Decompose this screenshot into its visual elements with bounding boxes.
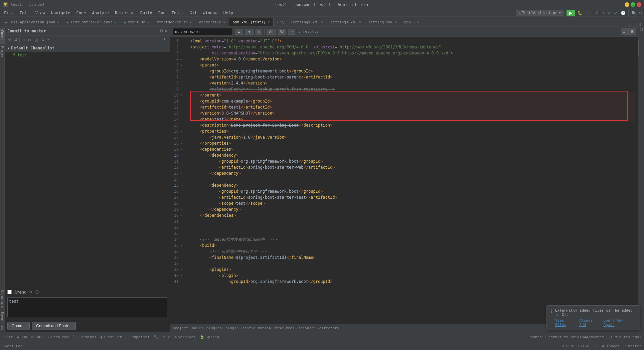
tab-close-icon[interactable]: ×: [147, 20, 149, 24]
menu-git[interactable]: Git: [187, 10, 200, 16]
commit-push-button[interactable]: Commit and Push...: [32, 322, 75, 330]
regex-btn[interactable]: .*: [288, 29, 295, 35]
breadcrumb-plugin[interactable]: plugin: [225, 326, 239, 330]
indent-indicator[interactable]: 4 spaces: [602, 344, 620, 348]
menu-window[interactable]: Window: [200, 10, 220, 16]
menu-file[interactable]: File: [1, 10, 16, 16]
view-files-link[interactable]: View Files: [555, 318, 577, 327]
search-input[interactable]: [173, 28, 233, 35]
more-btn[interactable]: ⋮: [161, 37, 168, 43]
tab-startsh[interactable]: ● start.sh ×: [120, 18, 153, 26]
minimize-button[interactable]: −: [625, 2, 629, 7]
encoding-indicator[interactable]: UTF-8: [578, 344, 589, 348]
git-history-button[interactable]: 🕐: [621, 11, 626, 15]
git-tool-btn[interactable]: ⑂ Git: [3, 335, 13, 339]
breadcrumb-plugins[interactable]: plugins: [206, 326, 222, 330]
breadcrumb-project[interactable]: project: [173, 326, 188, 330]
sort-btn[interactable]: ⇅: [40, 37, 45, 43]
tab-close-icon[interactable]: ×: [57, 20, 59, 24]
settings-gear-btn[interactable]: ⚙: [160, 29, 163, 33]
breadcrumb-configuration[interactable]: configuration: [242, 326, 271, 330]
always-add-link[interactable]: Always Add: [579, 318, 601, 327]
search-next-btn[interactable]: ▼: [245, 29, 254, 35]
multiline-btn[interactable]: ⊞: [628, 28, 636, 35]
menu-code[interactable]: Code: [74, 10, 89, 16]
scroll-thumb[interactable]: [638, 40, 639, 57]
run-button[interactable]: ▶: [567, 10, 575, 16]
breadcrumb-resource[interactable]: resource: [298, 326, 316, 330]
run-config[interactable]: ☕ Test1Application ▾: [516, 10, 564, 16]
changelist-item-test[interactable]: M test: [5, 52, 170, 58]
in-selection-btn[interactable]: ≡: [621, 28, 628, 35]
run-tool-btn[interactable]: ▶ Run: [17, 335, 27, 339]
tab-testcontroller[interactable]: ● TestController.java ×: [63, 18, 120, 26]
search-everywhere-button[interactable]: 🔍: [631, 11, 636, 15]
amend-checkbox[interactable]: [7, 290, 12, 294]
commit-message-input[interactable]: test: [7, 297, 167, 317]
menu-help[interactable]: Help: [221, 10, 236, 16]
whole-word-btn[interactable]: W: [278, 29, 286, 35]
group-btn[interactable]: ▤: [33, 37, 39, 43]
tab-settings-btn[interactable]: ⚙: [638, 23, 641, 26]
collapse-btn[interactable]: ⊟: [27, 37, 32, 43]
git-check-button[interactable]: ✓: [607, 10, 611, 16]
close-button[interactable]: ×: [637, 2, 641, 7]
menu-analyze[interactable]: Analyze: [89, 10, 112, 16]
menu-navigate[interactable]: Navigate: [48, 10, 73, 16]
tab-app[interactable]: app ▾ ×: [400, 18, 423, 26]
commit-button[interactable]: Commit: [7, 322, 30, 330]
favorites-side-label[interactable]: Favorites: [0, 310, 5, 332]
spring-tool-btn[interactable]: 🍃 Spring: [200, 335, 219, 339]
commit-side-label[interactable]: Commit: [0, 28, 5, 44]
amend-info-btn[interactable]: ⓘ: [35, 290, 39, 295]
search-close-btn[interactable]: ×: [256, 29, 262, 35]
tab-test1application[interactable]: ● Test1Application.java ×: [1, 18, 63, 26]
close-panel-btn[interactable]: ×: [165, 29, 167, 33]
tab-close-icon[interactable]: ×: [395, 20, 397, 24]
breadcrumb-resources[interactable]: resources: [275, 326, 295, 330]
settings-button[interactable]: ⚙: [639, 11, 643, 15]
branch-indicator[interactable]: ⑂ master: [624, 344, 641, 348]
tab-close-icon[interactable]: ×: [321, 20, 323, 24]
endpoints-tool-btn[interactable]: ∫ Endpoints: [126, 335, 149, 339]
filter-btn[interactable]: ≡: [46, 37, 51, 43]
tab-startdocker[interactable]: startdocker.sh ×: [153, 18, 195, 26]
problems-tool-btn[interactable]: ⚠ Problems: [48, 335, 69, 339]
breadcrumb-build[interactable]: build: [192, 326, 203, 330]
profiler-tool-btn[interactable]: ◐ Profiler: [101, 335, 122, 339]
database-icon[interactable]: DB: [640, 28, 643, 31]
amend-settings-btn[interactable]: ⚙: [29, 290, 32, 294]
tab-setting[interactable]: setting.xml ×: [365, 18, 400, 26]
dont-ask-link[interactable]: Don't Ask Again: [604, 318, 636, 327]
search-prev-btn[interactable]: ▲: [235, 29, 243, 35]
refresh-btn[interactable]: ↺: [7, 37, 12, 43]
tab-close-icon[interactable]: ×: [417, 20, 419, 24]
tab-dockerfile[interactable]: dockerfile ×: [195, 18, 229, 26]
tab-close-icon[interactable]: ×: [359, 20, 361, 24]
line-sep-indicator[interactable]: LF: [593, 344, 598, 348]
breadcrumb-directory[interactable]: directory: [319, 326, 339, 330]
tab-close-active-icon[interactable]: ×: [268, 20, 270, 24]
tab-pomxml[interactable]: pom.xml (test1) ×: [229, 18, 273, 26]
expand-btn[interactable]: ⊞: [20, 37, 26, 43]
tab-close-icon[interactable]: ×: [223, 20, 225, 24]
diff-btn[interactable]: ⇄: [13, 37, 19, 43]
todo-tool-btn[interactable]: ☑ TODO: [31, 335, 43, 339]
menu-run[interactable]: Run: [156, 10, 168, 16]
menu-build[interactable]: Build: [138, 10, 155, 16]
menu-edit[interactable]: Edit: [17, 10, 32, 16]
stop-button[interactable]: ⬛: [585, 11, 590, 15]
debug-button[interactable]: 🐛: [578, 11, 583, 15]
menu-view[interactable]: View: [33, 10, 48, 16]
git-check2-button[interactable]: ✓: [614, 10, 618, 16]
terminal-tool-btn[interactable]: ⬛ Terminal: [73, 335, 97, 339]
menu-tools[interactable]: Tools: [169, 10, 186, 16]
tab-close-icon[interactable]: ×: [115, 20, 117, 24]
structure-side-label[interactable]: Structure: [0, 288, 5, 310]
services-tool-btn[interactable]: ⚙ Services: [174, 335, 196, 339]
match-case-btn[interactable]: Aa: [267, 29, 276, 35]
tab-settings-e[interactable]: E:\...\settings.xml ×: [274, 18, 327, 26]
maximize-button[interactable]: □: [631, 2, 635, 7]
changelist-header[interactable]: ▾ Default Changelist: [5, 44, 170, 52]
build-tool-btn[interactable]: 🔨 Build: [153, 335, 170, 339]
